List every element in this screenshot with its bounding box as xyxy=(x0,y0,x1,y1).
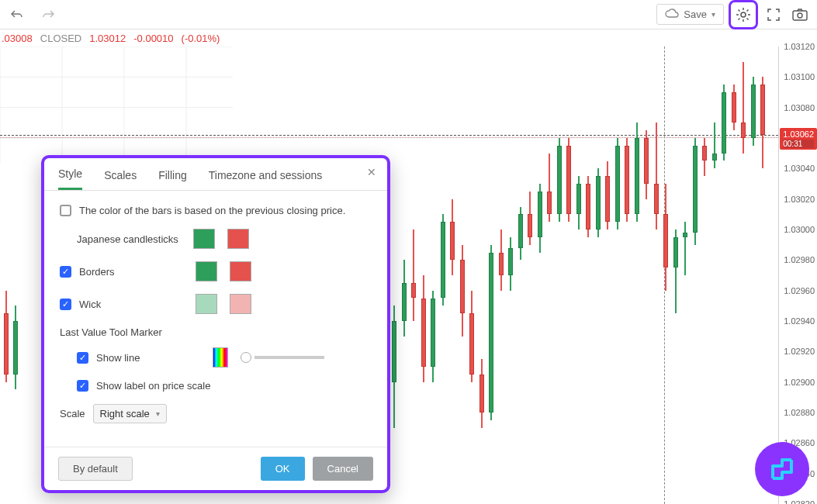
dialog-tabs: Style Scales Filling Timezone and sessio… xyxy=(44,158,387,191)
chevron-down-icon: ▾ xyxy=(711,10,715,19)
last-price-badge: 1.03062 00:31 xyxy=(780,128,817,150)
scale-label: Scale xyxy=(60,408,85,419)
show-line-label: Show line xyxy=(96,352,205,364)
quote-close: 1.03012 xyxy=(89,33,126,44)
save-button[interactable]: Save ▾ xyxy=(656,4,724,25)
scale-select-value: Right scale xyxy=(100,408,150,419)
save-label: Save xyxy=(684,9,707,20)
close-icon[interactable]: ✕ xyxy=(367,166,376,178)
settings-button-highlight xyxy=(729,0,758,29)
show-label-label: Show label on price scale xyxy=(96,380,210,392)
checkbox-wick[interactable]: ✓ xyxy=(60,299,71,310)
gear-icon[interactable] xyxy=(732,4,754,26)
border-up-color[interactable] xyxy=(196,261,217,281)
borders-label: Borders xyxy=(79,266,188,278)
tab-timezone[interactable]: Timezone and sessions xyxy=(209,169,323,189)
checkbox-prev-close[interactable] xyxy=(60,205,71,216)
wick-label: Wick xyxy=(79,299,188,310)
ok-button[interactable]: OK xyxy=(261,457,305,481)
checkbox-show-label[interactable]: ✓ xyxy=(77,380,88,392)
price-badge-countdown: 00:31 xyxy=(783,140,814,148)
wick-down-color[interactable] xyxy=(230,294,251,314)
fullscreen-icon[interactable] xyxy=(763,4,784,26)
checkbox-show-line[interactable]: ✓ xyxy=(77,352,88,364)
price-axis[interactable]: 1.031201.031001.030801.030601.030401.030… xyxy=(778,47,817,504)
tab-scales[interactable]: Scales xyxy=(104,169,137,189)
quote-status: CLOSED xyxy=(40,33,81,44)
tab-style[interactable]: Style xyxy=(58,167,82,190)
camera-icon[interactable] xyxy=(789,4,811,26)
line-color-picker[interactable] xyxy=(213,347,228,368)
undo-icon[interactable] xyxy=(6,4,28,26)
brand-logo[interactable] xyxy=(755,442,809,496)
scale-select[interactable]: Right scale ▾ xyxy=(93,404,167,423)
redo-icon[interactable] xyxy=(37,4,59,26)
jp-up-color[interactable] xyxy=(193,229,215,249)
lvtm-heading: Last Value Tool Marker xyxy=(60,326,372,338)
border-down-color[interactable] xyxy=(230,261,251,281)
toolbar: Save ▾ xyxy=(0,0,817,29)
svg-rect-1 xyxy=(793,11,807,20)
by-default-button[interactable]: By default xyxy=(58,457,133,481)
svg-point-0 xyxy=(741,12,746,17)
line-width-slider[interactable] xyxy=(241,352,324,363)
quote-change: -0.00010 xyxy=(133,33,173,44)
checkbox-borders[interactable]: ✓ xyxy=(60,266,71,278)
prev-close-label: The color of the bars is based on the pr… xyxy=(79,205,345,216)
quote-bar: .03008 CLOSED 1.03012 -0.00010 (-0.01%) xyxy=(0,29,817,47)
jp-candles-label: Japanese candlesticks xyxy=(77,233,185,245)
price-badge-value: 1.03062 xyxy=(783,129,814,139)
chevron-down-icon: ▾ xyxy=(156,409,160,418)
quote-pct: (-0.01%) xyxy=(182,33,220,44)
slider-knob[interactable] xyxy=(241,352,251,363)
jp-down-color[interactable] xyxy=(227,229,249,249)
quote-bid: .03008 xyxy=(2,33,33,44)
wick-up-color[interactable] xyxy=(196,294,217,314)
tab-filling[interactable]: Filling xyxy=(158,169,187,189)
cloud-icon xyxy=(665,8,679,21)
settings-dialog: Style Scales Filling Timezone and sessio… xyxy=(41,155,390,493)
cancel-button[interactable]: Cancel xyxy=(313,457,373,481)
svg-point-2 xyxy=(798,13,802,18)
